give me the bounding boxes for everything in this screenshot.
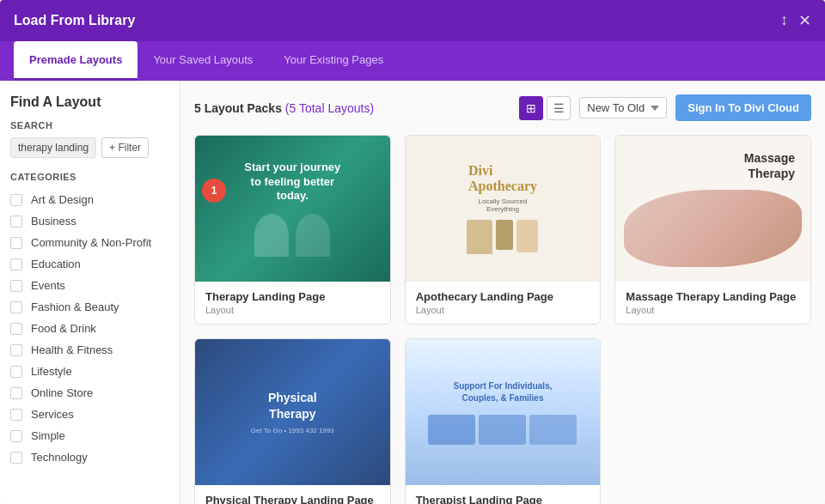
cat-label-fashion: Fashion & Beauty [31, 301, 119, 313]
card-thumb-physical: PhysicalTherapy Get To Go • 1993 432 199… [195, 339, 390, 485]
cat-label-education: Education [31, 258, 81, 270]
card-thumb-therapist: Support For Individuals,Couples, & Famil… [406, 339, 601, 485]
massage-header: MassageTherapy [624, 150, 802, 181]
thumb-figures [254, 214, 330, 257]
card-name-therapist: Therapist Landing Page [416, 494, 590, 504]
main-content: 5 Layout Packs (5 Total Layouts) ⊞ ☰ New… [180, 81, 825, 504]
massage-thumb-text: MassageTherapy [744, 150, 802, 181]
tabs-bar: Premade Layouts Your Saved Layouts Your … [0, 41, 825, 81]
category-item-health[interactable]: Health & Fitness [10, 339, 169, 361]
apoth-products [467, 220, 538, 254]
card-name-therapy: Therapy Landing Page [205, 290, 380, 303]
tab-premade[interactable]: Premade Layouts [14, 41, 138, 81]
cat-label-events: Events [31, 279, 65, 292]
card-thumb-therapy: Start your journeyto feeling bettertoday… [195, 136, 390, 282]
search-tag[interactable]: therapy landing [10, 137, 96, 158]
categories-label: Categories [10, 172, 169, 182]
category-item-lifestyle[interactable]: Lifestyle [10, 361, 169, 382]
grid-view-button[interactable]: ⊞ [519, 96, 543, 120]
list-view-button[interactable]: ☰ [547, 96, 571, 120]
service-block-1 [428, 415, 475, 445]
header-icons: ↕ ✕ [780, 11, 811, 30]
product-bottle-1 [467, 220, 492, 254]
view-toggle: ⊞ ☰ [519, 96, 571, 120]
category-item-simple[interactable]: Simple [10, 425, 169, 446]
cat-checkbox-business[interactable] [10, 216, 22, 228]
cat-checkbox-online-store[interactable] [10, 387, 22, 399]
cat-label-health: Health & Fitness [31, 343, 113, 356]
category-item-fashion[interactable]: Fashion & Beauty [10, 296, 169, 318]
card-physical[interactable]: PhysicalTherapy Get To Go • 1993 432 199… [194, 338, 391, 504]
therapist-service-blocks [428, 415, 577, 445]
card-thumb-apothecary: DiviApothecary Locally SourcedEverything [406, 136, 601, 282]
category-item-events[interactable]: Events [10, 275, 169, 296]
cat-label-art: Art & Design [31, 193, 94, 206]
service-block-3 [529, 415, 577, 445]
cat-checkbox-fashion[interactable] [10, 301, 22, 313]
close-icon[interactable]: ✕ [798, 11, 811, 30]
card-info-massage: Massage Therapy Landing Page Layout [615, 282, 810, 324]
card-info-therapy: Therapy Landing Page Layout [195, 282, 390, 324]
card-badge-1: 1 [202, 179, 226, 203]
category-item-online-store[interactable]: Online Store [10, 382, 169, 404]
card-type-apothecary: Layout [416, 305, 590, 315]
apoth-tagline: Locally SourcedEverything [479, 197, 528, 213]
cat-checkbox-food[interactable] [10, 323, 22, 335]
cat-checkbox-health[interactable] [10, 344, 22, 356]
sidebar-title: Find A Layout [10, 94, 169, 110]
card-therapist[interactable]: Support For Individuals,Couples, & Famil… [405, 338, 602, 504]
cat-checkbox-events[interactable] [10, 280, 22, 292]
sort-icon[interactable]: ↕ [780, 11, 788, 30]
cat-checkbox-simple[interactable] [10, 430, 22, 442]
cat-checkbox-technology[interactable] [10, 452, 22, 464]
therapist-headline: Support For Individuals,Couples, & Famil… [453, 380, 552, 404]
card-type-therapy: Layout [205, 305, 380, 315]
thumb-headline-1: Start your journeyto feeling bettertoday… [244, 161, 340, 204]
category-item-business[interactable]: Business [10, 210, 169, 232]
search-label: Search [10, 120, 169, 131]
cat-label-community: Community & Non-Profit [31, 236, 151, 249]
results-total: (5 Total Layouts) [285, 101, 374, 115]
cat-checkbox-lifestyle[interactable] [10, 366, 22, 378]
toolbar: 5 Layout Packs (5 Total Layouts) ⊞ ☰ New… [194, 94, 811, 121]
filter-button[interactable]: + Filter [101, 137, 149, 158]
physical-sub: Get To Go • 1993 432 1993 [251, 427, 334, 434]
card-info-therapist: Therapist Landing Page Layout [406, 485, 601, 504]
card-massage[interactable]: MassageTherapy Massage Therapy Landing P… [614, 135, 811, 325]
tab-saved[interactable]: Your Saved Layouts [138, 41, 268, 81]
category-list: Art & Design Business Community & Non-Pr… [10, 189, 169, 468]
cat-checkbox-education[interactable] [10, 258, 22, 270]
cards-grid: Start your journeyto feeling bettertoday… [194, 135, 811, 504]
results-count: 5 Layout Packs [194, 101, 282, 115]
figure-silhouette-1 [254, 214, 289, 257]
cat-label-lifestyle: Lifestyle [31, 365, 72, 378]
category-item-community[interactable]: Community & Non-Profit [10, 232, 169, 253]
modal-body: Find A Layout Search therapy landing + F… [0, 81, 825, 504]
card-info-apothecary: Apothecary Landing Page Layout [406, 282, 601, 324]
sidebar: Find A Layout Search therapy landing + F… [0, 81, 180, 504]
service-block-2 [479, 415, 526, 445]
cat-label-business: Business [31, 215, 76, 228]
cat-checkbox-services[interactable] [10, 409, 22, 421]
card-thumb-massage: MassageTherapy [615, 136, 810, 282]
sort-select[interactable]: New To Old Old To New A to Z Z to A [579, 97, 667, 118]
sign-in-cloud-button[interactable]: Sign In To Divi Cloud [675, 94, 811, 121]
card-name-massage: Massage Therapy Landing Page [626, 290, 800, 303]
category-item-food[interactable]: Food & Drink [10, 318, 169, 339]
cat-checkbox-community[interactable] [10, 237, 22, 249]
physical-headline: PhysicalTherapy [268, 390, 317, 421]
card-therapy-landing[interactable]: Start your journeyto feeling bettertoday… [194, 135, 391, 325]
category-item-education[interactable]: Education [10, 253, 169, 275]
tab-existing[interactable]: Your Existing Pages [268, 41, 399, 81]
massage-image-blob [624, 190, 802, 267]
modal: Load From Library ↕ ✕ Premade Layouts Yo… [0, 0, 825, 504]
cat-checkbox-art[interactable] [10, 194, 22, 206]
cat-label-services: Services [31, 408, 74, 421]
card-name-physical: Physical Therapy Landing Page [205, 494, 380, 504]
cat-label-food: Food & Drink [31, 322, 96, 335]
figure-silhouette-2 [296, 214, 330, 257]
category-item-art[interactable]: Art & Design [10, 189, 169, 210]
category-item-services[interactable]: Services [10, 404, 169, 425]
category-item-technology[interactable]: Technology [10, 446, 169, 468]
card-apothecary[interactable]: DiviApothecary Locally SourcedEverything… [405, 135, 602, 325]
